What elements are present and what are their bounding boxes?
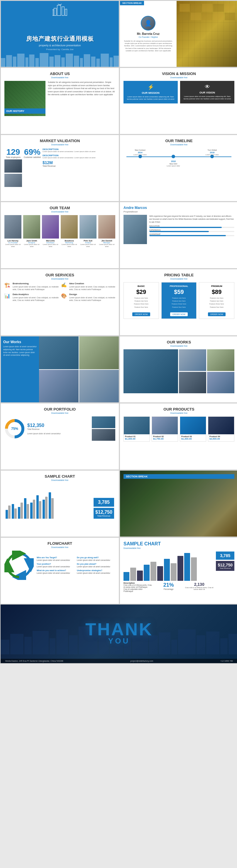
mission-title: OUR MISSION xyxy=(126,91,175,94)
vision-downloadable: Downloadable free xyxy=(123,76,234,79)
svg-rect-4 xyxy=(53,10,54,16)
product-3-img xyxy=(180,417,206,434)
flowchart-items: Who are You Target? Lorem ipsum dolor si… xyxy=(37,557,115,574)
portfolio-price-label: Total Revenue xyxy=(27,428,89,430)
market-photo-2 xyxy=(4,174,22,187)
portfolio-img-1 xyxy=(92,416,115,428)
svg-rect-14 xyxy=(49,57,54,67)
service-4: 🎨 Design Lorem ipsum dolor sit amet. Cra… xyxy=(61,293,115,302)
svg-rect-13 xyxy=(39,53,49,67)
mission-box: ⚡ OUR MISSION Lorem ipsum dolor sit amet… xyxy=(123,81,178,103)
svg-rect-17 xyxy=(66,54,73,67)
timeline-downloadable: Downloadable free xyxy=(123,144,234,146)
svg-rect-10 xyxy=(26,57,28,67)
team-member-3: Marcellis Developer Lorem ipsum dolor si… xyxy=(42,215,59,248)
portfolio-img-2 xyxy=(92,429,115,441)
svg-point-5 xyxy=(58,4,62,5)
works-photos xyxy=(39,336,119,402)
chart-large-heading: SAMPLE CHART xyxy=(123,541,234,547)
chart-bars xyxy=(6,484,91,519)
profile-detail-photo xyxy=(123,215,147,244)
svg-rect-12 xyxy=(35,58,39,67)
chart-stat2: $12,750 Total Revenue xyxy=(94,508,114,519)
vision-text: Lorem ipsum dolor sit amet consectetur a… xyxy=(183,95,231,100)
plan-basic: BASIC $29 Feature one hereFeature two he… xyxy=(123,282,159,319)
section-break-tag: SECTION BREAK xyxy=(120,1,144,5)
plan-professional: PROFESSIONAL $59 Feature one hereFeature… xyxy=(161,282,197,319)
slide-title: 房地产建筑行业通用模板 property & architecture pres… xyxy=(1,1,119,67)
market-downloadable: Downloadable free xyxy=(4,144,115,146)
product-2: Product 02 $1,750.00 xyxy=(152,416,178,442)
portfolio-heading: OUR PORTFOLIO xyxy=(4,407,115,411)
svg-rect-6 xyxy=(1,58,5,67)
chart-large-downloadable: Downloadable free xyxy=(123,547,234,549)
timeline-visual: New Contract 2014 Lorem ipsum dolor 2016… xyxy=(123,149,234,173)
works-photo-4 xyxy=(79,370,119,403)
slide-flowchart: FLOWCHART Downloadable free xyxy=(1,537,119,604)
team-heading: OUR TEAM xyxy=(4,206,115,210)
premium-btn[interactable]: ORDER NOW xyxy=(208,312,226,316)
portfolio-pct: 75% xyxy=(4,418,25,439)
market-stat1: 129 xyxy=(4,148,22,156)
product-3: Product 03 $1,400.00 xyxy=(180,416,206,442)
svg-rect-24 xyxy=(110,57,113,67)
svg-rect-8 xyxy=(13,57,17,67)
slide-sample-chart-large: SAMPLE CHART Downloadable free xyxy=(120,537,237,604)
works-img-5 xyxy=(207,372,234,394)
slide-services: OUR SERVICES Downloadable free 🏗️ Brains… xyxy=(1,269,119,336)
profile-desc: Suitable for all categories business and… xyxy=(123,40,173,52)
market-desc1-text: Lorem ipsum dolor sit amet consectetur. … xyxy=(42,151,115,152)
team-member-5: Pete Sull Analyst Lorem ipsum dolor sit … xyxy=(80,215,96,248)
chart-num: 2,130 xyxy=(185,582,213,587)
works-img-1 xyxy=(123,349,178,393)
team-members: Lee Harvey Co-Founder Lorem ipsum dolor … xyxy=(4,215,115,248)
market-stat2: 69% xyxy=(24,148,41,156)
about-image: OUR HISTORY xyxy=(4,81,46,116)
timeline-heading: OUR TIMELINE xyxy=(123,138,234,143)
works-large-heading: OUR WORKS xyxy=(123,340,234,344)
service-1: 🏗️ Brainstorming Lorem ipsum dolor sit a… xyxy=(4,282,59,291)
svg-rect-18 xyxy=(74,56,79,67)
profile-role: Co Founder / Skyline xyxy=(139,36,158,38)
building-photo xyxy=(177,1,237,67)
product-4: Product 04 $3,500.00 xyxy=(208,416,234,442)
service-4-icon: 🎨 xyxy=(61,293,67,300)
about-text: Suitable for all categories business and… xyxy=(48,81,115,116)
slide-subtitle: property & architecture presentation xyxy=(26,44,94,47)
svg-rect-21 xyxy=(91,57,95,67)
service-1-icon: 🏗️ xyxy=(4,282,11,289)
svg-rect-0 xyxy=(54,8,56,16)
profile-left: 👤 Mr. Barreta Cruz Co Founder / Skyline … xyxy=(120,1,177,67)
slide-about-us: ABOUT US Downloadable free OUR HISTORY S… xyxy=(1,68,119,134)
professional-btn[interactable]: ORDER NOW xyxy=(170,312,188,316)
market-heading: MARKET VALIDATION xyxy=(4,138,115,143)
works-photo-1 xyxy=(39,336,79,369)
services-downloadable: Downloadable free xyxy=(4,278,115,280)
chart-small-heading: SAMPLE CHART xyxy=(4,474,115,478)
portfolio-price: $12,350 xyxy=(27,423,89,428)
svg-rect-2 xyxy=(62,7,64,16)
slide-vision-mission: VISION & MISSION Downloadable free ⚡ OUR… xyxy=(120,68,237,134)
vision-icon: 👁 xyxy=(183,84,231,90)
slide-thank-you: THANK YOU Media Easton, 245 Eva Pt Sante… xyxy=(1,604,237,663)
svg-rect-9 xyxy=(17,54,25,67)
basic-btn[interactable]: ORDER NOW xyxy=(132,312,150,316)
market-desc1-title: DESCRIPTION xyxy=(42,148,115,151)
market-stat2-label: Customer satisfied xyxy=(24,156,41,158)
chart-large-bars xyxy=(123,552,213,581)
market-stat1-label: Total employees xyxy=(4,156,22,158)
chart-desc-label: Description xyxy=(123,582,152,584)
svg-rect-3 xyxy=(65,9,67,16)
works-img-2 xyxy=(179,349,206,371)
works-large-downloadable: Downloadable free xyxy=(123,345,234,347)
chart-cstat2: $12,750 Total Revenue xyxy=(216,561,234,571)
chart-small-downloadable: Downloadable free xyxy=(4,479,115,481)
svg-rect-22 xyxy=(96,59,100,67)
slide-timeline: OUR TIMELINE Downloadable free New Contr… xyxy=(120,135,237,201)
slide-portfolio: OUR PORTFOLIO Downloadable free 75% $12,… xyxy=(1,403,119,470)
team-member-1: Lee Harvey Co-Founder Lorem ipsum dolor … xyxy=(4,215,22,248)
product-4-img xyxy=(208,417,234,434)
svg-rect-15 xyxy=(55,55,60,67)
products-heading: OUR PRODUCTS xyxy=(123,407,234,411)
svg-rect-1 xyxy=(57,5,61,16)
